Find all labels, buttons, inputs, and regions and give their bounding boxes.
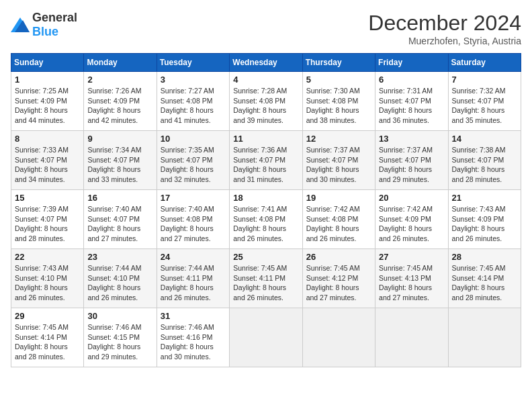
calendar-cell: 23Sunrise: 7:44 AMSunset: 4:10 PMDayligh… bbox=[84, 249, 157, 308]
day-number: 5 bbox=[306, 75, 371, 85]
day-info: Sunrise: 7:46 AMSunset: 4:16 PMDaylight:… bbox=[161, 322, 226, 362]
day-info: Sunrise: 7:28 AMSunset: 4:08 PMDaylight:… bbox=[233, 86, 298, 126]
day-number: 21 bbox=[452, 193, 517, 203]
calendar-cell: 12Sunrise: 7:37 AMSunset: 4:07 PMDayligh… bbox=[302, 131, 375, 190]
calendar-week-5: 29Sunrise: 7:45 AMSunset: 4:14 PMDayligh… bbox=[11, 308, 521, 367]
calendar-cell bbox=[375, 308, 448, 367]
day-info: Sunrise: 7:45 AMSunset: 4:14 PMDaylight:… bbox=[452, 263, 517, 303]
day-number: 27 bbox=[379, 252, 444, 262]
logo-blue: Blue bbox=[32, 25, 58, 38]
day-info: Sunrise: 7:40 AMSunset: 4:08 PMDaylight:… bbox=[161, 204, 226, 244]
logo-text: General Blue bbox=[32, 11, 77, 39]
day-header-wednesday: Wednesday bbox=[230, 54, 302, 72]
day-number: 23 bbox=[87, 252, 152, 262]
day-info: Sunrise: 7:35 AMSunset: 4:07 PMDaylight:… bbox=[161, 145, 226, 185]
day-header-saturday: Saturday bbox=[448, 54, 521, 72]
calendar-cell bbox=[302, 308, 375, 367]
calendar-cell: 6Sunrise: 7:31 AMSunset: 4:07 PMDaylight… bbox=[375, 72, 448, 131]
calendar-cell: 11Sunrise: 7:36 AMSunset: 4:07 PMDayligh… bbox=[230, 131, 302, 190]
day-number: 2 bbox=[87, 75, 152, 85]
day-number: 4 bbox=[233, 75, 298, 85]
calendar-cell: 24Sunrise: 7:44 AMSunset: 4:11 PMDayligh… bbox=[157, 249, 229, 308]
day-number: 7 bbox=[452, 75, 517, 85]
day-number: 13 bbox=[379, 134, 444, 144]
day-info: Sunrise: 7:31 AMSunset: 4:07 PMDaylight:… bbox=[379, 86, 444, 126]
calendar-cell: 13Sunrise: 7:37 AMSunset: 4:07 PMDayligh… bbox=[375, 131, 448, 190]
calendar-week-3: 15Sunrise: 7:39 AMSunset: 4:07 PMDayligh… bbox=[11, 190, 521, 249]
day-info: Sunrise: 7:40 AMSunset: 4:07 PMDaylight:… bbox=[87, 204, 152, 244]
calendar-cell: 27Sunrise: 7:45 AMSunset: 4:13 PMDayligh… bbox=[375, 249, 448, 308]
day-header-sunday: Sunday bbox=[11, 54, 84, 72]
day-number: 19 bbox=[306, 193, 371, 203]
calendar-header-row: SundayMondayTuesdayWednesdayThursdayFrid… bbox=[11, 54, 521, 72]
day-info: Sunrise: 7:27 AMSunset: 4:08 PMDaylight:… bbox=[161, 86, 226, 126]
calendar-cell: 19Sunrise: 7:42 AMSunset: 4:08 PMDayligh… bbox=[302, 190, 375, 249]
calendar-week-1: 1Sunrise: 7:25 AMSunset: 4:09 PMDaylight… bbox=[11, 72, 521, 131]
day-number: 25 bbox=[233, 252, 298, 262]
day-info: Sunrise: 7:43 AMSunset: 4:09 PMDaylight:… bbox=[452, 204, 517, 244]
calendar-cell: 20Sunrise: 7:42 AMSunset: 4:09 PMDayligh… bbox=[375, 190, 448, 249]
day-number: 17 bbox=[161, 193, 226, 203]
calendar-cell: 25Sunrise: 7:45 AMSunset: 4:11 PMDayligh… bbox=[230, 249, 302, 308]
day-number: 3 bbox=[161, 75, 226, 85]
logo-general: General bbox=[32, 11, 77, 24]
day-number: 28 bbox=[452, 252, 517, 262]
calendar-cell: 29Sunrise: 7:45 AMSunset: 4:14 PMDayligh… bbox=[11, 308, 84, 367]
day-number: 29 bbox=[15, 311, 80, 321]
day-header-friday: Friday bbox=[375, 54, 448, 72]
day-info: Sunrise: 7:44 AMSunset: 4:11 PMDaylight:… bbox=[161, 263, 226, 303]
day-number: 20 bbox=[379, 193, 444, 203]
day-number: 11 bbox=[233, 134, 298, 144]
calendar-cell: 5Sunrise: 7:30 AMSunset: 4:08 PMDaylight… bbox=[302, 72, 375, 131]
day-info: Sunrise: 7:33 AMSunset: 4:07 PMDaylight:… bbox=[15, 145, 80, 185]
day-info: Sunrise: 7:39 AMSunset: 4:07 PMDaylight:… bbox=[15, 204, 80, 244]
day-info: Sunrise: 7:42 AMSunset: 4:09 PMDaylight:… bbox=[379, 204, 444, 244]
calendar-week-4: 22Sunrise: 7:43 AMSunset: 4:10 PMDayligh… bbox=[11, 249, 521, 308]
day-info: Sunrise: 7:36 AMSunset: 4:07 PMDaylight:… bbox=[233, 145, 298, 185]
calendar-cell: 4Sunrise: 7:28 AMSunset: 4:08 PMDaylight… bbox=[230, 72, 302, 131]
day-info: Sunrise: 7:25 AMSunset: 4:09 PMDaylight:… bbox=[15, 86, 80, 126]
day-info: Sunrise: 7:45 AMSunset: 4:11 PMDaylight:… bbox=[233, 263, 298, 303]
day-number: 1 bbox=[15, 75, 80, 85]
day-header-tuesday: Tuesday bbox=[157, 54, 229, 72]
calendar-cell: 14Sunrise: 7:38 AMSunset: 4:07 PMDayligh… bbox=[448, 131, 521, 190]
calendar-cell bbox=[448, 308, 521, 367]
day-header-thursday: Thursday bbox=[302, 54, 375, 72]
calendar-cell: 9Sunrise: 7:34 AMSunset: 4:07 PMDaylight… bbox=[84, 131, 157, 190]
calendar-cell: 18Sunrise: 7:41 AMSunset: 4:08 PMDayligh… bbox=[230, 190, 302, 249]
day-number: 9 bbox=[87, 134, 152, 144]
day-number: 30 bbox=[87, 311, 152, 321]
day-number: 8 bbox=[15, 134, 80, 144]
title-block: December 2024 Muerzhofen, Styria, Austri… bbox=[368, 11, 521, 46]
day-info: Sunrise: 7:42 AMSunset: 4:08 PMDaylight:… bbox=[306, 204, 371, 244]
calendar-cell: 2Sunrise: 7:26 AMSunset: 4:09 PMDaylight… bbox=[84, 72, 157, 131]
day-header-monday: Monday bbox=[84, 54, 157, 72]
calendar-cell: 8Sunrise: 7:33 AMSunset: 4:07 PMDaylight… bbox=[11, 131, 84, 190]
day-info: Sunrise: 7:44 AMSunset: 4:10 PMDaylight:… bbox=[87, 263, 152, 303]
calendar-cell: 16Sunrise: 7:40 AMSunset: 4:07 PMDayligh… bbox=[84, 190, 157, 249]
day-number: 15 bbox=[15, 193, 80, 203]
day-number: 12 bbox=[306, 134, 371, 144]
page-header: General Blue December 2024 Muerzhofen, S… bbox=[11, 11, 521, 46]
day-number: 26 bbox=[306, 252, 371, 262]
calendar-cell: 28Sunrise: 7:45 AMSunset: 4:14 PMDayligh… bbox=[448, 249, 521, 308]
day-info: Sunrise: 7:37 AMSunset: 4:07 PMDaylight:… bbox=[306, 145, 371, 185]
calendar-cell: 17Sunrise: 7:40 AMSunset: 4:08 PMDayligh… bbox=[157, 190, 229, 249]
day-info: Sunrise: 7:43 AMSunset: 4:10 PMDaylight:… bbox=[15, 263, 80, 303]
calendar-cell: 26Sunrise: 7:45 AMSunset: 4:12 PMDayligh… bbox=[302, 249, 375, 308]
day-number: 10 bbox=[161, 134, 226, 144]
calendar-cell: 3Sunrise: 7:27 AMSunset: 4:08 PMDaylight… bbox=[157, 72, 229, 131]
day-info: Sunrise: 7:46 AMSunset: 4:15 PMDaylight:… bbox=[87, 322, 152, 362]
calendar-cell: 15Sunrise: 7:39 AMSunset: 4:07 PMDayligh… bbox=[11, 190, 84, 249]
calendar-cell: 30Sunrise: 7:46 AMSunset: 4:15 PMDayligh… bbox=[84, 308, 157, 367]
calendar-week-2: 8Sunrise: 7:33 AMSunset: 4:07 PMDaylight… bbox=[11, 131, 521, 190]
day-info: Sunrise: 7:38 AMSunset: 4:07 PMDaylight:… bbox=[452, 145, 517, 185]
day-number: 6 bbox=[379, 75, 444, 85]
day-number: 22 bbox=[15, 252, 80, 262]
day-number: 14 bbox=[452, 134, 517, 144]
day-info: Sunrise: 7:37 AMSunset: 4:07 PMDaylight:… bbox=[379, 145, 444, 185]
calendar-cell: 10Sunrise: 7:35 AMSunset: 4:07 PMDayligh… bbox=[157, 131, 229, 190]
day-info: Sunrise: 7:45 AMSunset: 4:13 PMDaylight:… bbox=[379, 263, 444, 303]
day-number: 16 bbox=[87, 193, 152, 203]
calendar-cell: 31Sunrise: 7:46 AMSunset: 4:16 PMDayligh… bbox=[157, 308, 229, 367]
